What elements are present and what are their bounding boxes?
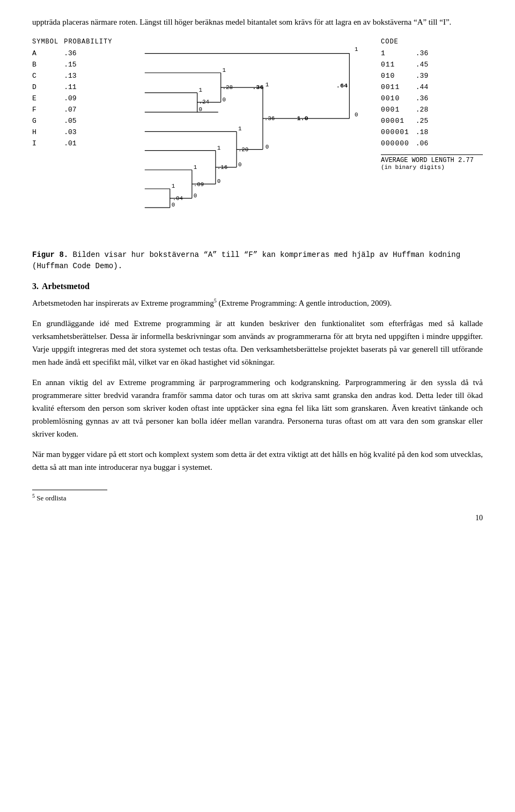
svg-text:1: 1 [172, 183, 175, 189]
svg-text:0: 0 [223, 96, 226, 102]
svg-text:1: 1 [355, 46, 358, 52]
table-row: 010.39 [381, 70, 428, 82]
section3-para1: Arbetsmetoden har inspirerats av Extreme… [32, 297, 483, 309]
section3-para3: En annan viktig del av Extreme programmi… [32, 376, 483, 440]
svg-text:0: 0 [172, 202, 175, 208]
huffman-tree: .04 .09 .16 .20 .28 .24 .36 [139, 38, 381, 242]
table-row: 00001.25 [381, 115, 428, 127]
svg-text:1: 1 [194, 164, 197, 170]
svg-text:.04: .04 [173, 195, 183, 201]
table-row: I.01 [32, 138, 117, 149]
svg-text:.36: .36 [252, 84, 263, 91]
table-row: 000000.06 [381, 138, 428, 149]
svg-text:1: 1 [199, 87, 202, 93]
svg-text:0: 0 [355, 111, 358, 117]
table-row: C.13 [32, 70, 117, 82]
code-table: CODE 1.36 011.45 010.39 0011.44 0010.36 … [381, 38, 483, 171]
table-row: 0011.44 [381, 82, 428, 93]
avg-word-sub: (in binary digits) [381, 164, 483, 171]
table-row: 000001.18 [381, 127, 428, 138]
svg-text:0: 0 [217, 178, 220, 184]
table-row: 0010.36 [381, 93, 428, 104]
figure-container: SYMBOL PROBABILITY A.36 B.15 C.13 D.11 E… [32, 38, 483, 272]
prob-col-header: PROBABILITY [64, 38, 117, 48]
svg-text:0: 0 [194, 192, 197, 198]
svg-text:1: 1 [266, 82, 269, 88]
svg-text:0: 0 [199, 106, 202, 113]
figure-caption: Figur 8. Bilden visar hur bokstäverna “A… [32, 249, 483, 272]
section-heading: 3.Arbetsmetod [32, 282, 483, 291]
table-row: E.09 [32, 93, 117, 104]
footnote-5: 5 Se ordlista [32, 492, 483, 504]
svg-text:.28: .28 [223, 84, 233, 91]
svg-text:.36: .36 [264, 115, 275, 121]
svg-text:1: 1 [238, 126, 241, 132]
intro-paragraph: uppträda placeras närmare roten. Längst … [32, 16, 483, 28]
sym-col-header: SYMBOL [32, 38, 64, 48]
avg-word-length: AVERAGE WORD LENGTH 2.77 [381, 157, 483, 164]
svg-text:.20: .20 [238, 146, 248, 152]
svg-text:.09: .09 [194, 181, 204, 188]
table-row: 1.36 [381, 48, 428, 59]
table-row: A.36 [32, 48, 117, 59]
footnote-divider [32, 490, 107, 490]
table-row: D.11 [32, 82, 117, 93]
svg-text:1.0: 1.0 [297, 114, 308, 122]
svg-text:.24: .24 [199, 99, 209, 105]
table-row: 011.45 [381, 59, 428, 70]
table-row: B.15 [32, 59, 117, 70]
svg-text:0: 0 [238, 161, 241, 167]
section3-para2: En grundläggande idé med Extreme program… [32, 317, 483, 368]
code-col-header: CODE [381, 38, 428, 48]
section3-para4: När man bygger vidare på ett stort och k… [32, 448, 483, 474]
symbol-table: SYMBOL PROBABILITY A.36 B.15 C.13 D.11 E… [32, 38, 139, 149]
huffman-figure: SYMBOL PROBABILITY A.36 B.15 C.13 D.11 E… [32, 38, 483, 272]
svg-text:1: 1 [217, 144, 220, 151]
table-row: F.07 [32, 104, 117, 115]
table-row: 0001.28 [381, 104, 428, 115]
table-row: H.03 [32, 127, 117, 138]
svg-text:0: 0 [266, 143, 269, 150]
svg-text:.64: .64 [336, 82, 348, 90]
svg-text:1: 1 [223, 67, 226, 73]
svg-text:.16: .16 [217, 164, 227, 170]
table-row: G.05 [32, 115, 117, 127]
page-number: 10 [32, 514, 483, 522]
